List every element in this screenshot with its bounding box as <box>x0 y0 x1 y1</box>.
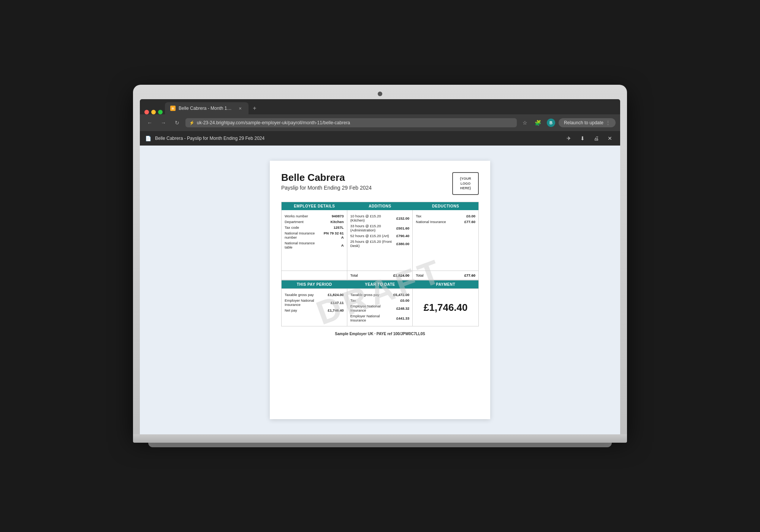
employee-details-cell: Works number 940873 Department Kitchen T… <box>282 210 347 271</box>
close-traffic-light[interactable] <box>144 110 149 114</box>
bookmark-icon[interactable]: ☆ <box>520 117 530 128</box>
ytd-value: £441.33 <box>393 313 409 323</box>
minimize-traffic-light[interactable] <box>151 110 156 114</box>
deductions-header: DEDUCTIONS <box>413 202 478 210</box>
employee-name: Belle Cabrera <box>281 172 372 183</box>
add-label: 33 hours @ £15.20 (Administration) <box>350 223 396 233</box>
relaunch-menu-icon: ⋮ <box>606 120 610 125</box>
additions-total-label: Total <box>350 273 358 277</box>
tpp-label: Taxable gross pay <box>285 292 328 298</box>
browser-chrome: B Belle Cabrera - Month 11 (En... ✕ + ← … <box>140 99 620 146</box>
additions-header: ADDITIONS <box>347 202 413 210</box>
ded-value: £77.60 <box>459 219 475 225</box>
payment-amount-cell: £1,746.40 <box>413 288 478 326</box>
table-row: Tax £0.00 <box>350 298 410 303</box>
payslip-header: Belle Cabrera Payslip for Month Ending 2… <box>281 172 479 195</box>
payment-header: PAYMENT <box>413 280 478 288</box>
additions-total-value: £1,824.00 <box>393 273 409 277</box>
ytd-value: £5,472.00 <box>393 292 409 298</box>
table-row: National Insurance table A <box>285 240 344 250</box>
pdf-title: Belle Cabrera - Payslip for Month Ending… <box>155 136 560 141</box>
year-to-date-cell: Taxable gross pay £5,472.00 Tax £0.00 Em… <box>347 288 413 326</box>
profile-icon[interactable]: B <box>546 117 556 128</box>
add-value: £152.00 <box>396 213 409 223</box>
employee-details-table: Works number 940873 Department Kitchen T… <box>285 213 344 250</box>
refresh-button[interactable]: ↻ <box>172 117 182 128</box>
tpp-value: £1,824.00 <box>328 292 344 298</box>
table-row: National Insurance £77.60 <box>416 219 475 225</box>
send-pdf-button[interactable]: ✈ <box>564 133 574 143</box>
laptop-bottom <box>148 443 612 447</box>
tpp-value: £1,746.40 <box>328 307 344 313</box>
add-label: 52 hours @ £15.20 (Art) <box>350 233 396 239</box>
table-row: Employee National Insurance £248.32 <box>350 303 410 313</box>
tab-bar: B Belle Cabrera - Month 11 (En... ✕ + <box>140 99 620 114</box>
this-pay-period-header: THIS PAY PERIOD <box>282 280 347 288</box>
logo-placeholder: {YOURLOGOHERE} <box>452 172 479 195</box>
this-pay-period-table: Taxable gross pay £1,824.00 Employer Nat… <box>285 292 344 313</box>
footer-paye: PAYE ref 100/JPW0C7LL0S <box>377 332 425 336</box>
back-button[interactable]: ← <box>144 117 155 128</box>
ytd-label: Taxable gross pay <box>350 292 393 298</box>
table-row: Net pay £1,746.40 <box>285 307 344 313</box>
relaunch-label: Relaunch to update <box>564 120 603 125</box>
table-row: 33 hours @ £15.20 (Administration) £501.… <box>350 223 410 233</box>
ed-label: National Insurance number <box>285 230 323 240</box>
address-bar[interactable]: ⚡ uk-23-24.brightpay.com/sample-employer… <box>185 118 517 127</box>
table-row: 52 hours @ £15.20 (Art) £790.40 <box>350 233 410 239</box>
add-label: 25 hours @ £15.20 (Front Desk) <box>350 239 396 249</box>
ytd-value: £248.32 <box>393 303 409 313</box>
table-row: National Insurance number PN 79 32 61 A <box>285 230 344 240</box>
close-pdf-button[interactable]: ✕ <box>605 133 615 143</box>
deductions-table: Tax £0.00 National Insurance £77.60 <box>416 213 475 225</box>
payment-amount: £1,746.40 <box>424 302 468 314</box>
active-tab[interactable]: B Belle Cabrera - Month 11 (En... ✕ <box>165 102 249 114</box>
laptop-body: B Belle Cabrera - Month 11 (En... ✕ + ← … <box>133 85 627 434</box>
relaunch-button[interactable]: Relaunch to update ⋮ <box>559 118 616 127</box>
tpp-label: Employer National Insurance <box>285 298 328 307</box>
ed-value: 940873 <box>323 213 344 219</box>
new-tab-button[interactable]: + <box>249 102 260 114</box>
forward-button[interactable]: → <box>158 117 169 128</box>
ded-label: National Insurance <box>416 219 459 225</box>
table-row: Taxable gross pay £1,824.00 <box>285 292 344 298</box>
maximize-traffic-light[interactable] <box>158 110 163 114</box>
additions-cell: 10 hours @ £15.20 (Kitchen) £152.00 33 h… <box>347 210 413 271</box>
print-pdf-button[interactable]: 🖨 <box>591 133 601 143</box>
url-text: uk-23-24.brightpay.com/sample-employer-u… <box>197 120 513 125</box>
tpp-label: Net pay <box>285 307 328 313</box>
deductions-total-value: £77.60 <box>464 273 475 277</box>
table-row: Works number 940873 <box>285 213 344 219</box>
ytd-label: Employer National Insurance <box>350 313 393 323</box>
payslip-subtitle: Payslip for Month Ending 29 Feb 2024 <box>281 185 372 191</box>
additions-total-cell: Total £1,824.00 <box>347 271 413 280</box>
ed-value: 1257L <box>323 225 344 230</box>
pdf-toolbar: 📄 Belle Cabrera - Payslip for Month Endi… <box>140 131 620 146</box>
ed-value: PN 79 32 61 A <box>323 230 344 240</box>
camera-notch <box>378 92 382 96</box>
ytd-label: Employee National Insurance <box>350 303 393 313</box>
additions-table: 10 hours @ £15.20 (Kitchen) £152.00 33 h… <box>350 213 410 249</box>
screen: B Belle Cabrera - Month 11 (En... ✕ + ← … <box>140 99 620 434</box>
table-row: Employer National Insurance £147.11 <box>285 298 344 307</box>
table-row: Employer National Insurance £441.33 <box>350 313 410 323</box>
payslip-document: Belle Cabrera Payslip for Month Ending 2… <box>270 161 490 419</box>
tab-favicon: B <box>170 106 176 111</box>
laptop-base <box>133 434 627 443</box>
table-row: Tax code 1257L <box>285 225 344 230</box>
tab-close-button[interactable]: ✕ <box>237 105 243 111</box>
totals-row: Total £1,824.00 Total £77.60 <box>281 271 479 280</box>
download-pdf-button[interactable]: ⬇ <box>578 133 587 143</box>
ed-label: Tax code <box>285 225 323 230</box>
add-value: £501.60 <box>396 223 409 233</box>
ytd-value: £0.00 <box>393 298 409 303</box>
add-value: £790.40 <box>396 233 409 239</box>
deductions-cell: Tax £0.00 National Insurance £77.60 <box>413 210 478 271</box>
extension-icon[interactable]: 🧩 <box>533 117 543 128</box>
this-pay-period-cell: Taxable gross pay £1,824.00 Employer Nat… <box>282 288 347 326</box>
ded-value: £0.00 <box>459 213 475 219</box>
ed-value: Kitchen <box>323 219 344 225</box>
ed-label: Department <box>285 219 323 225</box>
deductions-total-label: Total <box>416 273 423 277</box>
add-label: 10 hours @ £15.20 (Kitchen) <box>350 213 396 223</box>
